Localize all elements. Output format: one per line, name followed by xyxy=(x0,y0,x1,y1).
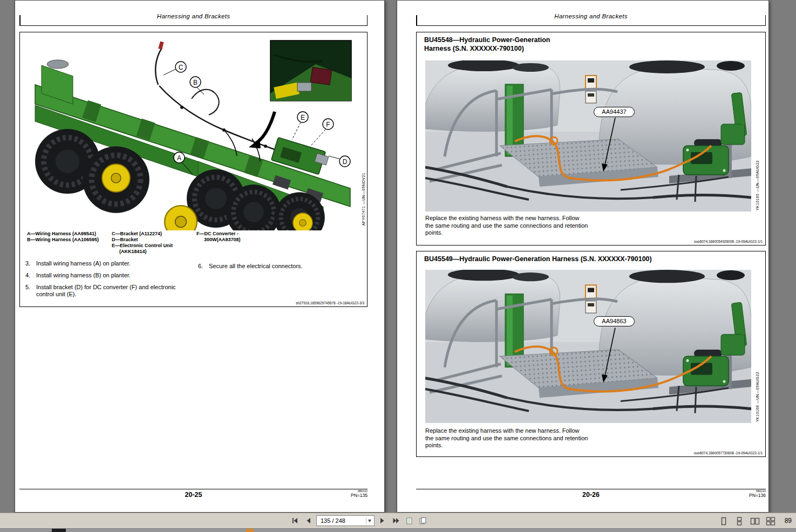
callout-c: C xyxy=(179,64,183,71)
page-layout-controls xyxy=(718,515,777,527)
step-3: 3. Install wiring harness (A) on planter… xyxy=(25,260,203,267)
section-title: BU45548—Hydraulic Power-Generation Harne… xyxy=(424,36,550,53)
legend-item: D—Bracket xyxy=(112,237,173,243)
legend-column-2: C—Bracket (A112274) D—Bracket E—Electron… xyxy=(112,231,173,255)
footer-rule xyxy=(19,489,368,489)
figure-vertical-code: APY67471 —UN—09NOV21 xyxy=(362,173,365,226)
running-header: Harnessing and Brackets xyxy=(19,13,368,19)
legend-item: (AKK18414) xyxy=(112,249,173,255)
step-text: Install wiring harness (A) on planter. xyxy=(36,260,194,267)
callout-f: F xyxy=(326,121,330,128)
figure-caption: Replace the existing harness with the ne… xyxy=(425,427,588,449)
figure-code: sh27916,1659629745676 -19-18AUG22-3/3 xyxy=(296,301,364,305)
figure-caption: Replace the existing harness with the ne… xyxy=(425,215,588,237)
figure-section-planter: A B C D E F APY67471 —UN—09NOV21 A—Wirin… xyxy=(19,32,368,307)
part-callout: AA94863 xyxy=(594,316,635,326)
next-view-button[interactable] xyxy=(417,515,428,527)
planter-illustration: A B C D E F xyxy=(20,33,367,230)
continuous-view-button[interactable] xyxy=(733,515,745,527)
step-4: 4. Install wiring harness (B) on planter… xyxy=(25,272,203,279)
callout-d: D xyxy=(343,158,348,166)
fast-forward-button[interactable] xyxy=(390,515,402,527)
section-title-line1: BU45549—Hydraulic Power-Generation Harne… xyxy=(424,255,652,264)
legend-item: F—DC Converter - xyxy=(196,231,241,237)
taskbar-item-orange[interactable] xyxy=(246,529,254,532)
legend-item: B—Wiring Harness (AA106595) xyxy=(27,237,99,243)
previous-page-button[interactable] xyxy=(303,515,315,527)
page-number-input[interactable]: 135 / 248 xyxy=(316,515,375,526)
page-dropdown-arrow[interactable] xyxy=(366,517,373,524)
figure-vertical-code: YK10168 —UN—09AUG22 xyxy=(756,372,759,422)
page-navigation: 135 / 248 xyxy=(289,515,428,527)
legend-item: C—Bracket (A112274) xyxy=(112,231,173,237)
inset-detail xyxy=(270,40,351,101)
machine-photo-art xyxy=(425,60,751,212)
machine-photo: AA94437 xyxy=(425,60,751,212)
pointer-arrow xyxy=(249,112,275,148)
legend-column-3: F—DC Converter - 300W(AA93708) xyxy=(196,231,241,243)
step-number: 3. xyxy=(25,260,36,267)
figure-code: ouo6074,1660054926008 -19-09AUG22-1/1 xyxy=(694,240,763,243)
step-5: 5. Install bracket (D) for DC converter … xyxy=(25,284,203,298)
first-page-button[interactable] xyxy=(289,515,301,527)
step-number: 4. xyxy=(25,272,36,279)
part-callout: AA94437 xyxy=(594,107,635,117)
machine-photo: AA94863 xyxy=(425,270,751,423)
zoom-level: 89 xyxy=(785,517,792,524)
facing-pages-view-button[interactable] xyxy=(749,515,761,527)
step-number: 6. xyxy=(198,263,209,270)
pdf-viewer-window: { "toolbar": { "page_display": "135 / 24… xyxy=(0,0,796,532)
manual-page-left: Harnessing and Brackets xyxy=(15,0,385,513)
page-number: 20-26 xyxy=(416,491,766,499)
single-page-view-button[interactable] xyxy=(718,515,730,527)
next-page-button[interactable] xyxy=(376,515,388,527)
legend-item: E—Electronic Control Unit xyxy=(112,243,173,249)
page-number-value: 135 / 248 xyxy=(321,517,345,524)
legend-item: 300W(AA93708) xyxy=(196,237,241,243)
continuous-facing-view-button[interactable] xyxy=(765,515,777,527)
step-text: Install bracket (D) for DC converter (F)… xyxy=(36,284,194,298)
step-6: 6. Secure all the electrical connectors. xyxy=(198,263,333,270)
header-rule xyxy=(416,25,766,26)
figure-section-bu45549: BU45549—Hydraulic Power-Generation Harne… xyxy=(416,251,766,457)
callout-e: E xyxy=(301,114,305,121)
legend-column-1: A—Wiring Harness (AA99541) B—Wiring Harn… xyxy=(27,231,99,243)
step-text: Secure all the electrical connectors. xyxy=(209,263,333,270)
taskbar-strip xyxy=(0,529,796,532)
figure-vertical-code: YK10165 —UN—09AUG22 xyxy=(756,160,759,210)
step-text: Install wiring harness (B) on planter. xyxy=(36,272,194,279)
footer-rule xyxy=(416,489,766,489)
callout-b: B xyxy=(193,79,198,86)
previous-view-button[interactable] xyxy=(403,515,415,527)
page-number: 20-25 xyxy=(19,491,368,499)
manual-page-right: Harnessing and Brackets BU45548—Hydrauli… xyxy=(397,0,769,513)
machine-photo-art xyxy=(425,270,751,423)
viewer-toolbar: 135 / 248 89 xyxy=(0,513,796,528)
footer-pn: PN=135 xyxy=(351,493,368,498)
section-title-line2: Harness (S.N. XXXXXX-790100) xyxy=(424,45,550,53)
taskbar-item-dark[interactable] xyxy=(52,529,66,532)
header-rule xyxy=(19,25,368,26)
footer-pn: PN=136 xyxy=(749,493,766,498)
figure-code: ouo6074,1660057730608 -19-09AUG22-1/1 xyxy=(694,451,763,455)
figure-section-bu45548: BU45548—Hydraulic Power-Generation Harne… xyxy=(416,32,766,245)
legend-item: A—Wiring Harness (AA99541) xyxy=(27,231,99,237)
callout-a: A xyxy=(177,154,181,162)
section-title: BU45549—Hydraulic Power-Generation Harne… xyxy=(424,255,652,264)
section-title-line1: BU45548—Hydraulic Power-Generation xyxy=(424,36,550,45)
step-number: 5. xyxy=(25,284,36,298)
instruction-steps: 3. Install wiring harness (A) on planter… xyxy=(25,260,203,303)
running-header: Harnessing and Brackets xyxy=(416,13,766,19)
